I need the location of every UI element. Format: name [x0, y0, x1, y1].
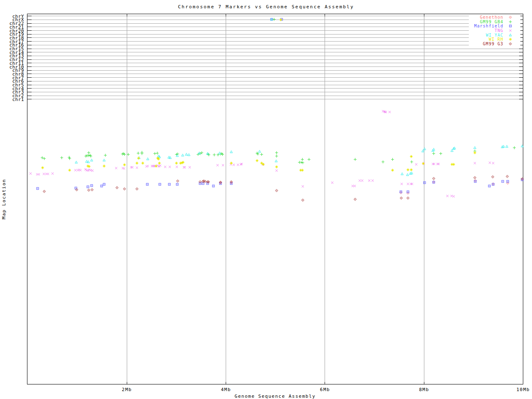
x-tick-label: 6Mb [316, 387, 334, 392]
legend-label: GM99 GB4 [480, 20, 503, 24]
legend-symbol-icon [506, 15, 515, 20]
data-point [509, 30, 511, 32]
y-tick-label: chr1 [0, 96, 24, 102]
legend-item: WI YAC [419, 33, 515, 37]
data-point [509, 16, 512, 18]
legend: GenethonGM99 GB4MarshfieldTNGWI YACWI RH… [419, 15, 515, 46]
legend-symbol-icon [506, 37, 515, 42]
legend-label: TNG [495, 28, 503, 33]
x-axis-label: Genome Sequence Assembly [167, 394, 383, 399]
legend-symbol-icon [506, 42, 515, 46]
data-point [509, 42, 512, 45]
data-point [509, 34, 512, 36]
legend-label: WI YAC [486, 33, 503, 37]
legend-symbol-icon [506, 20, 515, 24]
chart-canvas: Chromosome 7 Markers vs Genome Sequence … [0, 0, 532, 399]
legend-symbol-icon [506, 24, 515, 28]
legend-item: WI RH [419, 37, 515, 42]
chart-title: Chromosome 7 Markers vs Genome Sequence … [0, 4, 532, 10]
x-tick-label: 8Mb [415, 387, 433, 392]
legend-item: GM99 G3 [419, 42, 515, 46]
legend-symbol-icon [506, 33, 515, 37]
plot-border [27, 14, 523, 384]
x-tick-label: 4Mb [217, 387, 235, 392]
data-point [509, 20, 512, 23]
legend-label: GM99 G3 [483, 42, 503, 46]
legend-item: TNG [419, 28, 515, 33]
legend-item: Marshfield [419, 24, 515, 28]
y-axis-label: Map Location [1, 179, 7, 219]
legend-label: WI RH [489, 37, 503, 42]
legend-symbol-icon [506, 28, 515, 33]
legend-label: Genethon [480, 15, 503, 20]
legend-item: GM99 GB4 [419, 20, 515, 24]
data-point [510, 25, 512, 27]
legend-label: Marshfield [474, 24, 503, 28]
data-point [509, 38, 512, 41]
x-tick-label: 2Mb [118, 387, 136, 392]
legend-item: Genethon [419, 15, 515, 20]
x-tick-label: 10Mb [514, 387, 532, 392]
